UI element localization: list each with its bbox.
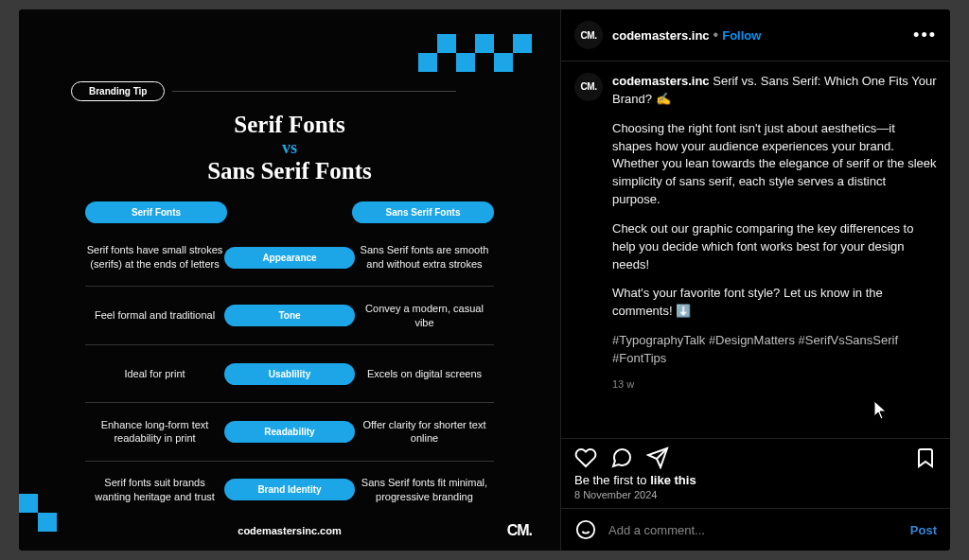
post-panel: CM. codemasters.inc • Follow ••• CM. cod… bbox=[560, 9, 950, 551]
row-usability: Ideal for print Usablility Excels on dig… bbox=[85, 345, 494, 403]
comment-input[interactable] bbox=[608, 523, 899, 537]
svg-rect-1 bbox=[437, 34, 456, 53]
cell-left: Feel formal and traditional bbox=[85, 308, 224, 323]
follow-button[interactable]: Follow bbox=[722, 28, 761, 43]
title-line-3: Sans Serif Fonts bbox=[47, 158, 532, 184]
footer-url: codemastersinc.com bbox=[238, 525, 341, 536]
save-button[interactable] bbox=[914, 446, 937, 469]
post-date: 8 November 2024 bbox=[561, 487, 950, 508]
row-label: Appearance bbox=[224, 247, 355, 269]
caption-content: codemasters.inc Serif vs. Sans Serif: Wh… bbox=[612, 73, 937, 393]
branding-tip-badge: Branding Tip bbox=[71, 81, 165, 101]
caption-paragraph-1: Choosing the right font isn't just about… bbox=[612, 120, 937, 209]
cell-left: Serif fonts suit brands wanting heritage… bbox=[85, 476, 224, 504]
action-bar bbox=[561, 438, 950, 473]
avatar[interactable]: CM. bbox=[574, 21, 603, 49]
svg-point-10 bbox=[577, 521, 594, 538]
caption-username[interactable]: codemasters.inc bbox=[612, 74, 710, 88]
row-tone: Feel formal and traditional Tone Convey … bbox=[85, 287, 494, 344]
caption-paragraph-3: What's your favorite font style? Let us … bbox=[612, 285, 937, 321]
likes-action: like this bbox=[650, 473, 696, 487]
row-label: Readability bbox=[224, 421, 355, 443]
row-label: Usablility bbox=[224, 363, 355, 385]
infographic-title: Serif Fonts vs Sans Serif Fonts bbox=[47, 112, 532, 184]
comparison-rows: Serif fonts have small strokes (serifs) … bbox=[85, 229, 494, 518]
svg-rect-2 bbox=[456, 53, 475, 72]
svg-rect-4 bbox=[494, 53, 513, 72]
avatar[interactable]: CM. bbox=[574, 73, 603, 101]
cell-right: Sans Serif fonts fit minimal, progressiv… bbox=[355, 476, 494, 504]
cell-left: Enhance long-form text readability in pr… bbox=[85, 418, 224, 446]
post-button[interactable]: Post bbox=[910, 523, 937, 537]
caption-area[interactable]: CM. codemasters.inc Serif vs. Sans Serif… bbox=[561, 61, 950, 438]
svg-rect-5 bbox=[513, 34, 532, 53]
cell-left: Serif fonts have small strokes (serifs) … bbox=[85, 243, 224, 271]
svg-rect-3 bbox=[475, 34, 494, 53]
header-username[interactable]: codemasters.inc bbox=[612, 28, 710, 43]
likes-prefix: Be the first to bbox=[574, 473, 650, 487]
branding-tip-line bbox=[172, 91, 456, 92]
row-label: Tone bbox=[224, 305, 355, 326]
column-header-serif: Serif Fonts bbox=[85, 201, 227, 223]
svg-rect-0 bbox=[418, 53, 437, 72]
comment-bar: Post bbox=[561, 508, 950, 551]
post-container: Branding Tip Serif Fonts vs Sans Serif F… bbox=[19, 9, 950, 551]
footer-logo: CM. bbox=[507, 522, 532, 539]
separator-dot: • bbox=[714, 26, 719, 44]
title-line-2: vs bbox=[47, 138, 532, 158]
cell-right: Convey a modern, casual vibe bbox=[355, 302, 494, 330]
column-header-sans: Sans Serif Fonts bbox=[352, 201, 494, 223]
infographic-footer: codemastersinc.com CM. bbox=[47, 520, 532, 541]
like-button[interactable] bbox=[574, 446, 597, 469]
cell-right: Offer clarity for shorter text online bbox=[355, 418, 494, 446]
emoji-button[interactable] bbox=[574, 518, 597, 541]
column-headers: Serif Fonts Sans Serif Fonts bbox=[85, 201, 494, 223]
likes-text[interactable]: Be the first to like this bbox=[561, 473, 950, 487]
more-options-button[interactable]: ••• bbox=[913, 26, 937, 45]
row-label: Brand Identity bbox=[224, 479, 355, 500]
share-button[interactable] bbox=[646, 446, 669, 469]
post-header: CM. codemasters.inc • Follow ••• bbox=[561, 9, 950, 61]
cell-left: Ideal for print bbox=[85, 367, 224, 381]
cell-right: Sans Serif fonts are smooth and without … bbox=[355, 243, 494, 271]
row-readability: Enhance long-form text readability in pr… bbox=[85, 403, 494, 461]
row-brand-identity: Serif fonts suit brands wanting heritage… bbox=[85, 462, 494, 518]
time-ago: 13 w bbox=[612, 377, 937, 393]
comment-button[interactable] bbox=[610, 446, 633, 469]
post-image[interactable]: Branding Tip Serif Fonts vs Sans Serif F… bbox=[19, 9, 560, 551]
caption-hashtags[interactable]: #TypographyTalk #DesignMatters #SerifVsS… bbox=[612, 332, 937, 368]
decoration-squares-top bbox=[418, 34, 532, 81]
title-line-1: Serif Fonts bbox=[47, 112, 532, 138]
caption-paragraph-2: Check out our graphic comparing the key … bbox=[612, 220, 937, 274]
cell-right: Excels on digital screens bbox=[355, 367, 494, 381]
row-appearance: Serif fonts have small strokes (serifs) … bbox=[85, 229, 494, 287]
svg-rect-6 bbox=[19, 494, 38, 513]
